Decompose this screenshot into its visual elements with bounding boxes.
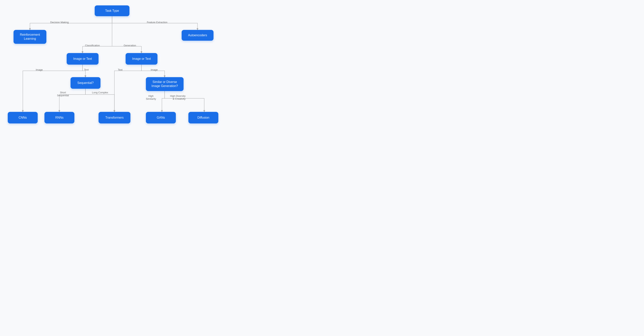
node-rl-label: Reinforcement Learning bbox=[20, 33, 40, 41]
label-high-similarity: High Similarity bbox=[146, 95, 156, 100]
label-short-sequential: Short Sequential bbox=[57, 91, 69, 97]
label-feature-extraction: Feature Extraction bbox=[147, 21, 167, 24]
node-rl: Reinforcement Learning bbox=[14, 30, 46, 44]
node-task-type: Task Type bbox=[95, 5, 130, 16]
label-text-left: Text bbox=[84, 68, 89, 71]
node-sim-div: Similar or Diverse Image Generation? bbox=[146, 77, 184, 91]
node-autoencoders: Autoencoders bbox=[182, 30, 214, 41]
label-long-complex: Long Complex bbox=[92, 91, 108, 94]
node-transformers: Transformers bbox=[98, 112, 130, 124]
node-img-text-left: Image or Text bbox=[67, 53, 98, 65]
label-classification: Classification bbox=[85, 44, 100, 47]
diagram-container: Decision Making Feature Extraction Class… bbox=[0, 0, 232, 135]
label-text-right: Text bbox=[118, 68, 122, 71]
label-generation: Generation bbox=[124, 44, 136, 47]
node-rnns: RNNs bbox=[44, 112, 74, 124]
node-sequential: Sequential? bbox=[70, 77, 100, 89]
node-cnns: CNNs bbox=[8, 112, 38, 124]
node-sim-div-label: Similar or Diverse Image Generation? bbox=[152, 80, 178, 88]
node-img-text-right: Image or Text bbox=[126, 53, 158, 65]
label-image-right: Image bbox=[151, 68, 158, 71]
label-image-left: Image bbox=[36, 68, 43, 71]
label-decision-making: Decision Making bbox=[50, 21, 68, 24]
label-high-diversity: High Diversity & Creativity bbox=[170, 95, 186, 100]
node-gans: GANs bbox=[146, 112, 176, 124]
node-diffusion: Diffusion bbox=[188, 112, 218, 124]
